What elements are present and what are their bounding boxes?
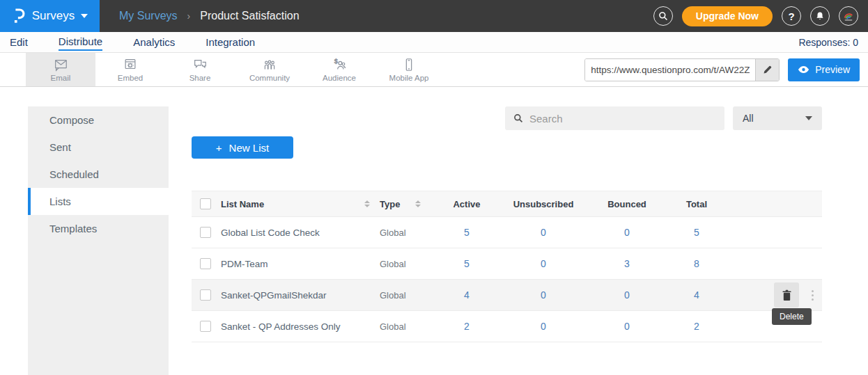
list-search-input[interactable] [529,113,716,125]
breadcrumb-current-survey: Product Satisfaction [200,10,299,22]
list-name-link[interactable]: Sanket-QPGmailShekdar [221,290,327,301]
column-header-type[interactable]: Type [380,199,400,209]
list-name-link[interactable]: Sanket - QP Addresses Only [221,321,341,332]
survey-url-input[interactable] [585,59,755,81]
sidebar-item-lists[interactable]: Lists [28,188,169,215]
row-more-options-button[interactable] [809,287,816,303]
bell-icon [815,11,825,21]
responses-count: Responses: 0 [798,37,858,48]
active-count[interactable]: 4 [464,289,470,301]
mobile-phone-icon [401,57,417,72]
breadcrumb: My Surveys › Product Satisfaction [100,0,300,32]
channel-embed[interactable]: Embed [95,53,165,86]
pencil-icon [762,65,773,75]
channel-community[interactable]: Community [235,53,304,86]
unsubscribed-count[interactable]: 0 [541,258,546,269]
active-count[interactable]: 5 [464,227,470,238]
search-icon [513,113,523,123]
row-checkbox[interactable] [200,258,211,269]
table-header-row: List Name Type Active Unsubscribed Bounc… [192,191,822,217]
tab-analytics[interactable]: Analytics [133,34,175,50]
total-count[interactable]: 5 [694,227,699,238]
new-list-button[interactable]: + New List [192,136,293,159]
tab-distribute[interactable]: Distribute [59,33,102,51]
edit-url-button[interactable] [755,59,779,81]
chevron-down-icon [805,116,812,120]
app-window: Surveys My Surveys › Product Satisfactio… [0,0,868,375]
list-search-box [505,106,724,130]
unsubscribed-count[interactable]: 0 [541,227,546,238]
unsubscribed-count[interactable]: 0 [541,321,546,332]
row-checkbox[interactable] [200,321,211,332]
global-search-button[interactable] [653,6,673,26]
bounced-count[interactable]: 0 [624,227,630,238]
total-count[interactable]: 2 [694,321,699,332]
distribute-toolbar: Email Embed Share [0,53,868,87]
eye-icon [798,65,809,74]
gauge-meter-icon [842,10,855,22]
sort-icon[interactable] [364,200,370,207]
channel-tabs: Email Embed Share [26,53,444,86]
audience-dollar-people-icon: $ [331,57,348,72]
column-header-total: Total [665,199,728,209]
tab-integration[interactable]: Integration [206,34,255,50]
list-name-link[interactable]: PDM-Team [221,259,268,269]
email-envelope-icon [52,57,69,72]
list-type: Global [380,228,406,238]
email-sidebar: Compose Sent Scheduled Lists Templates [28,106,169,375]
sidebar-item-compose[interactable]: Compose [28,106,169,134]
upgrade-now-button[interactable]: Upgrade Now [682,6,773,26]
sort-icon[interactable] [415,200,421,207]
column-header-active: Active [435,199,498,209]
select-all-checkbox[interactable] [200,198,211,209]
header-actions: Upgrade Now ? [653,0,868,32]
content-area: Compose Sent Scheduled Lists Templates A… [0,87,868,375]
total-count[interactable]: 4 [694,289,699,301]
tab-edit[interactable]: Edit [10,34,28,50]
top-header-bar: Surveys My Surveys › Product Satisfactio… [0,0,868,32]
row-checkbox[interactable] [200,289,211,301]
survey-link-area: Preview [584,53,868,86]
delete-list-button[interactable] [774,282,799,308]
list-type: Global [380,321,406,332]
sidebar-item-templates[interactable]: Templates [28,215,169,242]
question-mark-icon: ? [788,10,794,22]
bounced-count[interactable]: 0 [624,321,630,332]
search-icon [658,11,668,21]
product-label: Surveys [32,9,75,23]
table-row: Sanket-QPGmailShekdar Global 4 0 0 4 [192,280,822,311]
embed-window-gear-icon [122,57,139,72]
row-checkbox[interactable] [200,227,211,238]
surveys-product-menu[interactable]: Surveys [0,0,100,32]
help-button[interactable]: ? [782,6,801,26]
list-type-filter-dropdown[interactable]: All [733,106,822,130]
survey-url-box [584,58,780,81]
unsubscribed-count[interactable]: 0 [541,289,546,301]
breadcrumb-my-surveys[interactable]: My Surveys [119,10,178,22]
list-name-link[interactable]: Global List Code Check [221,228,320,238]
total-count[interactable]: 8 [694,258,699,269]
notifications-button[interactable] [810,6,830,26]
active-count[interactable]: 5 [464,258,470,269]
community-people-icon [261,57,278,72]
lists-panel: All + New List List Name [169,106,868,375]
bounced-count[interactable]: 3 [624,258,630,269]
preview-button[interactable]: Preview [788,58,860,81]
questionpro-logo-icon [12,8,26,24]
list-filter-row: All [192,106,822,130]
chevron-down-icon [81,14,88,18]
column-header-bounced: Bounced [589,199,665,209]
column-header-list-name[interactable]: List Name [221,199,264,209]
channel-mobile-app[interactable]: Mobile App [374,53,444,86]
bounced-count[interactable]: 0 [624,289,630,301]
svg-text:$: $ [334,58,338,65]
channel-audience[interactable]: $ Audience [304,53,374,86]
active-count[interactable]: 2 [464,321,470,332]
channel-email[interactable]: Email [26,53,95,86]
email-lists-table: List Name Type Active Unsubscribed Bounc… [192,191,822,342]
sidebar-item-sent[interactable]: Sent [28,134,169,161]
account-dashboard-button[interactable] [839,6,858,26]
sidebar-item-scheduled[interactable]: Scheduled [28,161,169,188]
breadcrumb-separator: › [187,10,191,22]
channel-share[interactable]: Share [165,53,235,86]
